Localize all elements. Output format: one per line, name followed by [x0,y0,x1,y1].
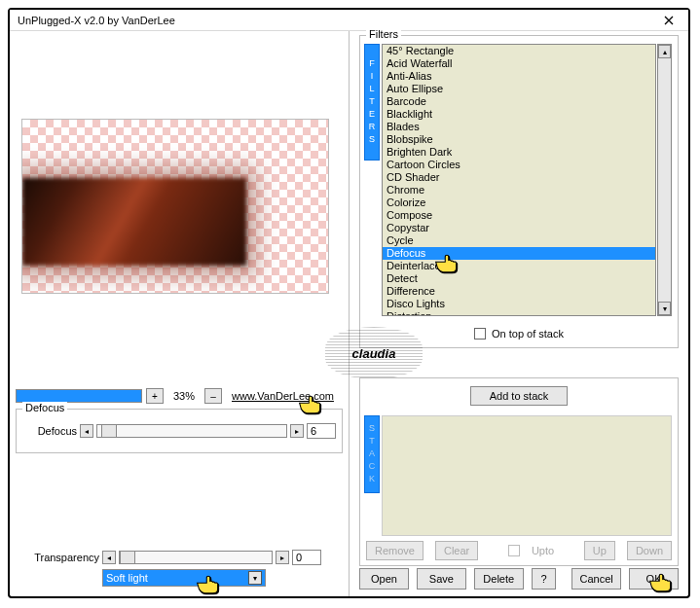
filter-item[interactable]: Difference [383,285,655,298]
close-button[interactable] [653,12,684,29]
scroll-down-button[interactable]: ▾ [658,302,671,315]
cancel-button[interactable]: Cancel [571,568,621,590]
defocus-legend: Defocus [22,402,67,413]
stack-vtab[interactable]: STACK [364,415,380,493]
zoom-percent: 33% [167,390,201,402]
filter-item[interactable]: Distortion [383,310,655,316]
filter-item[interactable]: Disco Lights [383,298,655,310]
filter-item[interactable]: 45° Rectangle [383,45,655,57]
defocus-inc-button[interactable]: ▸ [290,424,304,438]
filter-item[interactable]: Defocus [383,247,655,260]
stack-group: Add to stack STACK Remove Clear Upto Up … [359,377,679,566]
filters-legend: Filters [366,28,401,40]
filter-item[interactable]: Chrome [383,184,655,197]
filter-item[interactable]: Copystar [383,222,655,234]
ok-button[interactable]: OK [629,568,679,590]
filter-item[interactable]: Anti-Alias [383,70,655,83]
transparency-label: Transparency [29,552,99,563]
filter-item[interactable]: Cartoon Circles [383,159,655,171]
filter-list[interactable]: 45° RectangleAcid WaterfallAnti-AliasAut… [382,44,656,316]
vendor-link[interactable]: www.VanDerLee.com [232,390,334,402]
defocus-slider[interactable] [96,424,287,438]
filter-item[interactable]: Blobspike [383,133,655,146]
open-button[interactable]: Open [359,568,409,590]
filter-item[interactable]: Brighten Dark [383,146,655,159]
remove-button[interactable]: Remove [366,541,424,560]
filter-item[interactable]: Cycle [383,234,655,247]
chevron-down-icon: ▾ [248,571,262,585]
up-button[interactable]: Up [584,541,615,560]
filters-vtab[interactable]: FILTERS [364,44,380,161]
add-to-stack-button[interactable]: Add to stack [470,386,568,406]
transparency-inc-button[interactable]: ▸ [276,551,289,564]
blend-mode-value: Soft light [106,572,148,584]
preview [21,119,329,294]
zoom-in-button[interactable]: + [146,388,164,404]
down-button[interactable]: Down [627,541,672,560]
filter-item[interactable]: Deinterlace [383,260,655,272]
save-button[interactable]: Save [417,568,466,590]
stack-list[interactable] [382,415,672,536]
filter-item[interactable]: Blades [383,121,655,133]
filter-item[interactable]: Compose [383,209,655,222]
zoom-bar[interactable] [16,389,142,403]
clear-button[interactable]: Clear [435,541,478,560]
filter-item[interactable]: CD Shader [383,171,655,184]
help-button[interactable]: ? [532,568,556,590]
filter-item[interactable]: Colorize [383,197,655,209]
upto-label: Upto [532,545,554,556]
transparency-dec-button[interactable]: ◂ [102,551,116,564]
blend-mode-select[interactable]: Soft light ▾ [102,569,266,587]
scroll-up-button[interactable]: ▴ [658,45,671,58]
defocus-dec-button[interactable]: ◂ [80,424,93,438]
defocus-group: Defocus Defocus ◂ ▸ [16,409,343,453]
filter-scrollbar[interactable]: ▴ ▾ [657,44,672,316]
filters-group: Filters FILTERS 45° RectangleAcid Waterf… [359,35,679,348]
close-icon [664,16,674,25]
defocus-value-input[interactable] [307,423,336,439]
preview-image [22,178,246,266]
zoom-out-button[interactable]: – [204,388,222,404]
transparency-slider[interactable] [119,551,273,564]
transparency-value-input[interactable] [292,550,321,565]
delete-button[interactable]: Delete [474,568,524,590]
filter-item[interactable]: Barcode [383,95,655,108]
filter-item[interactable]: Auto Ellipse [383,83,655,95]
filter-item[interactable]: Acid Waterfall [383,57,655,70]
ontop-label: On top of stack [492,328,564,340]
window-title: UnPlugged-X v2.0 by VanDerLee [18,15,653,26]
defocus-label: Defocus [22,425,77,437]
titlebar: UnPlugged-X v2.0 by VanDerLee [10,10,688,31]
filter-item[interactable]: Blacklight [383,108,655,121]
ontop-checkbox[interactable] [474,328,486,340]
upto-checkbox[interactable] [508,545,520,556]
filter-item[interactable]: Detect [383,272,655,285]
